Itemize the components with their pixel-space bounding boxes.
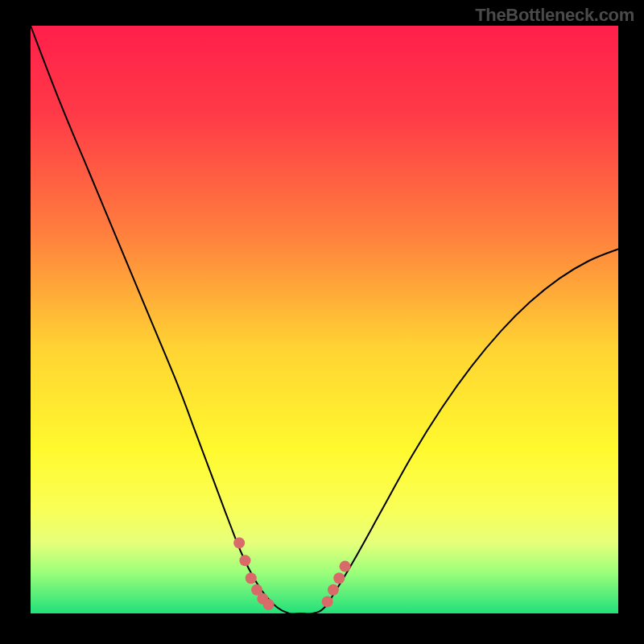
marker-cluster-left [239,555,250,566]
marker-cluster-right [328,584,339,596]
chart-container: TheBottleneck.com [0,0,644,644]
marker-cluster-left [233,537,245,548]
marker-cluster-right [333,572,345,584]
marker-cluster-left [246,572,257,584]
marker-cluster-right [322,596,333,607]
plot-area [31,26,618,613]
marker-cluster-left [263,599,275,610]
plot-background [31,26,618,613]
plot-svg [31,26,618,613]
watermark-text: TheBottleneck.com [475,5,634,26]
marker-cluster-right [340,561,351,572]
